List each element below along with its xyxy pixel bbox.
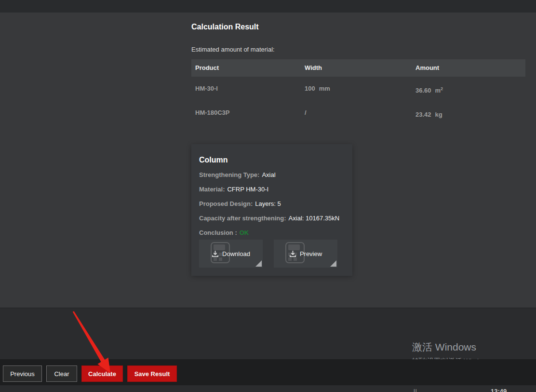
table-header-row: Product Width Amount xyxy=(191,59,525,77)
field-label: Capacity after strengthening: xyxy=(199,215,286,222)
clear-button[interactable]: Clear xyxy=(46,365,77,382)
footer-area xyxy=(0,308,536,360)
table-caption: Estimated amount of material: xyxy=(191,46,275,53)
table-row: HM-180C3P / 23.42kg xyxy=(191,101,525,125)
page-title: Calculation Result xyxy=(191,23,259,31)
top-bar xyxy=(0,0,536,13)
conclusion-status: OK xyxy=(240,229,249,236)
app-window: Calculation Result Estimated amount of m… xyxy=(0,0,536,392)
width-value: 100 xyxy=(305,85,315,92)
cell-width: / xyxy=(303,101,414,125)
field-capacity: Capacity after strengthening:Axial: 1016… xyxy=(199,215,345,222)
field-proposed-design: Proposed Design:Layers: 5 xyxy=(199,200,345,207)
field-value: CFRP HM-30-I xyxy=(227,186,268,193)
field-value: Axial xyxy=(262,171,275,178)
amount-unit-text: m xyxy=(435,87,441,94)
width-unit: mm xyxy=(319,85,330,92)
amount-value: 23.42 xyxy=(415,111,431,118)
cell-amount: 23.42kg xyxy=(414,101,525,125)
card-title: Column xyxy=(199,156,345,164)
field-material: Material:CFRP HM-30-I xyxy=(199,186,345,193)
download-button-label: Download xyxy=(222,250,250,257)
preview-button-label: Preview xyxy=(300,250,322,257)
preview-download-icon xyxy=(289,250,296,257)
corner-resize-handle xyxy=(255,260,262,267)
width-value: / xyxy=(305,109,307,116)
cell-product: HM-30-I xyxy=(191,77,303,101)
field-label: Material: xyxy=(199,186,225,193)
calculate-button[interactable]: Calculate xyxy=(81,365,123,382)
save-result-button[interactable]: Save Result xyxy=(127,365,177,382)
previous-button[interactable]: Previous xyxy=(3,365,42,382)
download-icon xyxy=(212,250,219,257)
field-label: Strengthening Type: xyxy=(199,171,259,178)
bottom-action-bar: Previous Clear Calculate Save Result xyxy=(0,359,536,385)
field-value: Layers: 5 xyxy=(255,200,281,207)
taskbar-icon-fragment: || xyxy=(414,388,417,392)
cell-product: HM-180C3P xyxy=(191,101,303,125)
column-header-product: Product xyxy=(191,59,303,77)
field-value: Axial: 10167.35kN xyxy=(289,215,340,222)
field-strengthening-type: Strengthening Type:Axial xyxy=(199,171,345,178)
material-table: Product Width Amount HM-30-I 100mm 36.60… xyxy=(191,59,525,125)
cell-amount: 36.60m2 xyxy=(414,77,525,101)
field-label: Proposed Design: xyxy=(199,200,253,207)
column-header-amount: Amount xyxy=(414,59,525,77)
preview-button[interactable]: Preview xyxy=(274,240,337,268)
cell-width: 100mm xyxy=(303,77,414,101)
table-row: HM-30-I 100mm 36.60m2 xyxy=(191,77,525,101)
card-button-row: Download Preview xyxy=(199,240,337,268)
column-header-width: Width xyxy=(303,59,414,77)
amount-unit: m2 xyxy=(435,87,443,94)
download-button[interactable]: Download xyxy=(199,240,263,268)
corner-resize-handle xyxy=(330,260,336,267)
taskbar-edge: || 13:49 xyxy=(0,385,536,392)
amount-unit: kg xyxy=(435,111,442,118)
amount-value: 36.60 xyxy=(415,87,431,94)
amount-unit-sup: 2 xyxy=(441,86,443,91)
field-label: Conclusion : xyxy=(199,229,237,236)
column-result-card: Column Strengthening Type:Axial Material… xyxy=(191,144,352,276)
taskbar-clock-fragment: 13:49 xyxy=(491,388,507,392)
field-conclusion: Conclusion :OK xyxy=(199,229,345,236)
amount-unit-text: kg xyxy=(435,111,442,118)
